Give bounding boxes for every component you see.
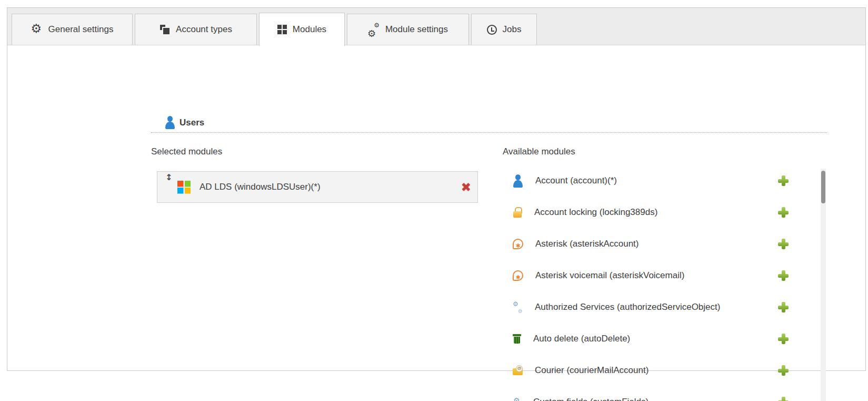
add-module-button[interactable] — [778, 270, 789, 281]
available-module-row: Custom fields (customFields) — [495, 386, 821, 401]
available-module-name: Authorized Services (authorizedServiceOb… — [535, 302, 720, 312]
available-module-row: Asterisk voicemail (asteriskVoicemail) — [495, 260, 821, 291]
available-module-row: Asterisk (asteriskAccount) — [495, 228, 821, 260]
available-module-name: Custom fields (customFields) — [533, 397, 648, 401]
gears-icon — [368, 24, 380, 36]
gear-icon — [31, 23, 43, 36]
available-module-name: Account (account)(*) — [535, 175, 617, 186]
tab-account-types[interactable]: Account types — [135, 14, 257, 45]
modules-tab-content: Users Selected modules Available modules… — [7, 45, 865, 370]
add-module-button[interactable] — [778, 175, 789, 186]
add-module-button[interactable] — [778, 239, 789, 249]
padlock-icon — [513, 207, 522, 218]
available-module-row: Account locking (locking389ds) — [495, 197, 821, 228]
available-modules-label: Available modules — [503, 146, 575, 157]
selected-modules-label: Selected modules — [151, 146, 222, 157]
section-divider — [151, 123, 827, 133]
selected-module-name: AD LDS (windowsLDSUser)(*) — [199, 182, 321, 192]
available-module-name: Asterisk voicemail (asteriskVoicemail) — [535, 270, 684, 281]
add-module-button[interactable] — [778, 365, 789, 376]
available-module-name: Auto delete (autoDelete) — [533, 334, 630, 344]
copy-icon — [159, 24, 170, 35]
add-module-button[interactable] — [778, 334, 789, 344]
tab-jobs[interactable]: Jobs — [471, 14, 537, 45]
customfields-icon — [513, 398, 521, 401]
profile-settings-widget: General settings Account types Modules M… — [7, 7, 866, 371]
available-module-name: Courier (courierMailAccount) — [535, 365, 648, 376]
tab-bar: General settings Account types Modules M… — [7, 8, 865, 45]
user-icon — [513, 174, 523, 188]
envelope-icon — [513, 365, 523, 376]
asterisk-icon — [513, 239, 523, 249]
remove-module-button[interactable]: ✖ — [461, 181, 471, 193]
asterisk-icon — [513, 270, 523, 281]
drag-handle-icon[interactable]: ↕ — [165, 173, 172, 182]
add-module-button[interactable] — [778, 397, 789, 401]
trash-icon — [513, 334, 521, 344]
tab-modules[interactable]: Modules — [259, 13, 345, 46]
available-module-row: Account (account)(*) — [495, 165, 821, 197]
selected-module-row[interactable]: ↕ AD LDS (windowsLDSUser)(*) ✖ — [157, 171, 478, 203]
add-module-button[interactable] — [778, 207, 789, 218]
scrollbar-thumb[interactable] — [821, 171, 825, 203]
grid-icon — [277, 25, 287, 34]
available-module-name: Asterisk (asteriskAccount) — [535, 239, 639, 249]
clock-icon — [487, 25, 497, 35]
tab-module-settings[interactable]: Module settings — [347, 14, 469, 45]
windows-logo-icon — [177, 181, 191, 194]
services-icon — [513, 302, 523, 312]
add-module-button[interactable] — [778, 302, 789, 312]
available-modules-list: Account (account)(*) Account locking (lo… — [495, 165, 821, 401]
available-module-name: Account locking (locking389ds) — [534, 207, 657, 218]
available-module-row: Auto delete (autoDelete) — [495, 323, 821, 355]
scrollbar-track[interactable] — [821, 169, 826, 401]
tab-general-settings[interactable]: General settings — [12, 14, 133, 45]
available-module-row: Courier (courierMailAccount) — [495, 355, 821, 386]
available-module-row: Authorized Services (authorizedServiceOb… — [495, 291, 821, 323]
